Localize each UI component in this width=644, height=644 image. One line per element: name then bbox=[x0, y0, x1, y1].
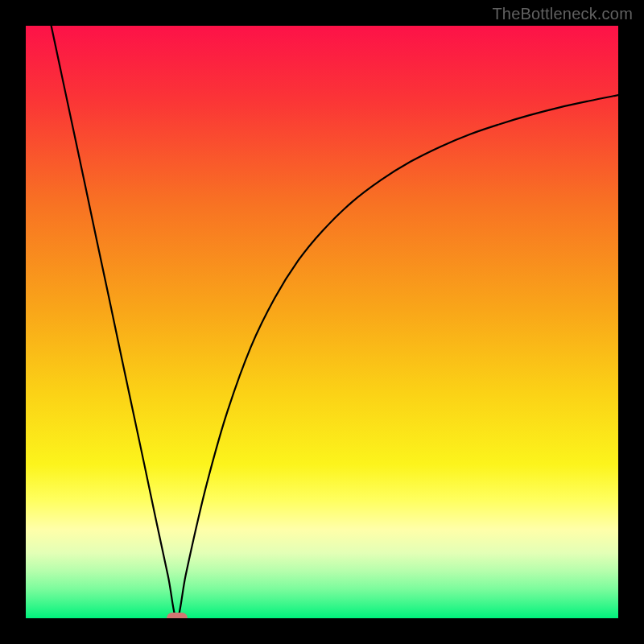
curve-layer bbox=[26, 26, 618, 618]
plot-area bbox=[26, 26, 618, 618]
chart-frame: TheBottleneck.com bbox=[0, 0, 644, 644]
minimum-marker bbox=[167, 613, 188, 618]
watermark-text: TheBottleneck.com bbox=[492, 5, 633, 23]
bottleneck-curve bbox=[52, 26, 618, 618]
